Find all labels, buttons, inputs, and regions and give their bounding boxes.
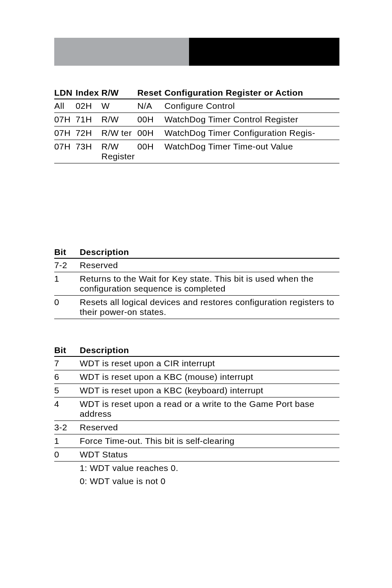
wdt-control-table: Bit Description 7 WDT is reset upon a CI… (54, 344, 339, 488)
td-rw: R/W ter (101, 126, 137, 140)
td-desc: Force Time-out. This bit is self-clearin… (80, 434, 339, 448)
td-reset: N/A (137, 99, 164, 113)
table-header-row: LDN Index R/W Reset Configuration Regist… (54, 86, 339, 99)
td-rw: W (101, 99, 137, 113)
table-row: 4 WDT is reset upon a read or a write to… (54, 397, 339, 421)
th-desc: Description (80, 246, 339, 258)
td-bit: 4 (54, 397, 80, 421)
th-desc: Description (80, 344, 339, 356)
td-rw: R/W Register (101, 140, 137, 163)
td-desc: WDT is reset upon a KBC (keyboard) inter… (80, 384, 339, 397)
td-reset: 00H (137, 113, 164, 126)
table-row: 07H 72H R/W ter 00H WatchDog Timer Confi… (54, 126, 339, 140)
td-index: 02H (76, 99, 101, 113)
content-area: LDN Index R/W Reset Configuration Regist… (54, 86, 339, 488)
td-ldn: All (54, 99, 76, 113)
td-desc: Configure Control (164, 99, 339, 113)
td-bit: 0 (54, 448, 80, 462)
td-desc: Returns to the Wait for Key state. This … (80, 272, 339, 296)
td-desc: WDT Status (80, 448, 339, 462)
td-desc: Reserved (80, 421, 339, 434)
td-ldn: 07H (54, 140, 76, 163)
th-ldn: LDN (54, 86, 76, 99)
table-row: 6 WDT is reset upon a KBC (mouse) interr… (54, 370, 339, 384)
th-index: Index (76, 86, 101, 99)
td-rw: R/W (101, 113, 137, 126)
td-ldn: 07H (54, 113, 76, 126)
td-bit: 3-2 (54, 421, 80, 434)
spacer (54, 319, 339, 344)
table-row: 0 WDT Status (54, 448, 339, 462)
td-bit: 6 (54, 370, 80, 384)
th-bit: Bit (54, 344, 80, 356)
td-desc: WatchDog Timer Configuration Regis- (164, 126, 339, 140)
th-rw: R/W (101, 86, 137, 99)
td-bit: 7 (54, 356, 80, 370)
td-reset: 00H (137, 126, 164, 140)
td-extra: 1: WDT value reaches 0. (80, 462, 339, 475)
td-bit: 5 (54, 384, 80, 397)
td-bit: 7-2 (54, 258, 80, 272)
table-row: 0: WDT value is not 0 (54, 475, 339, 488)
register-table: LDN Index R/W Reset Configuration Regist… (54, 86, 339, 163)
th-desc: Configuration Register or Action (164, 86, 339, 99)
td-desc: WDT is reset upon a KBC (mouse) interrup… (80, 370, 339, 384)
td-desc: WatchDog Timer Control Register (164, 113, 339, 126)
table-row: All 02H W N/A Configure Control (54, 99, 339, 113)
td-bit-empty (54, 475, 80, 488)
td-desc: Reserved (80, 258, 339, 272)
td-desc: WDT is reset upon a read or a write to t… (80, 397, 339, 421)
td-bit: 0 (54, 296, 80, 319)
th-bit: Bit (54, 246, 80, 258)
configure-control-table: Bit Description 7-2 Reserved 1 Returns t… (54, 246, 339, 319)
td-ldn: 07H (54, 126, 76, 140)
td-bit: 1 (54, 272, 80, 296)
table-row: 3-2 Reserved (54, 421, 339, 434)
td-index: 72H (76, 126, 101, 140)
table-header-row: Bit Description (54, 344, 339, 356)
th-reset: Reset (137, 86, 164, 99)
header-black-bar (189, 38, 339, 66)
spacer (54, 163, 339, 246)
table-row: 0 Resets all logical devices and restore… (54, 296, 339, 319)
td-bit-empty (54, 462, 80, 475)
td-reset: 00H (137, 140, 164, 163)
td-desc: WatchDog Timer Time-out Value (164, 140, 339, 163)
table-row: 5 WDT is reset upon a KBC (keyboard) int… (54, 384, 339, 397)
td-desc: Resets all logical devices and restores … (80, 296, 339, 319)
table-row: 07H 71H R/W 00H WatchDog Timer Control R… (54, 113, 339, 126)
page: LDN Index R/W Reset Configuration Regist… (0, 0, 392, 588)
table-row: 1 Force Time-out. This bit is self-clear… (54, 434, 339, 448)
table-row: 7-2 Reserved (54, 258, 339, 272)
table-row: 1: WDT value reaches 0. (54, 462, 339, 475)
td-desc: WDT is reset upon a CIR interrupt (80, 356, 339, 370)
td-bit: 1 (54, 434, 80, 448)
td-index: 71H (76, 113, 101, 126)
td-extra: 0: WDT value is not 0 (80, 475, 339, 488)
table-row: 07H 73H R/W Register 00H WatchDog Timer … (54, 140, 339, 163)
table-row: 7 WDT is reset upon a CIR interrupt (54, 356, 339, 370)
table-row: 1 Returns to the Wait for Key state. Thi… (54, 272, 339, 296)
table-header-row: Bit Description (54, 246, 339, 258)
td-index: 73H (76, 140, 101, 163)
